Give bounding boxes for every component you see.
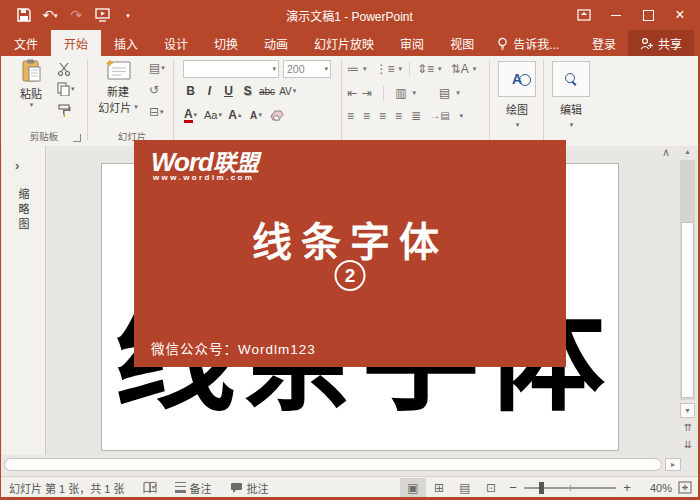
scroll-up-icon[interactable]: ▲ — [680, 148, 695, 155]
slide-counter[interactable]: 幻灯片 第 1 张，共 1 张 — [9, 480, 125, 496]
copy-icon — [57, 82, 70, 96]
copy-button[interactable]: ▾ — [57, 82, 75, 96]
format-painter-button[interactable] — [57, 104, 71, 117]
share-person-icon — [640, 37, 653, 50]
tab-review[interactable]: 审阅 — [387, 30, 437, 56]
grow-font-icon: A — [228, 108, 237, 122]
underline-button[interactable]: U — [221, 82, 236, 100]
font-size-combo[interactable]: ▾ — [283, 60, 331, 78]
align-right-icon[interactable]: ≡ — [379, 110, 386, 122]
tab-home[interactable]: 开始 — [51, 30, 101, 56]
vertical-scrollbar[interactable]: ▲ ▼ ⇈ ⇊ — [680, 146, 695, 456]
vertical-scroll-track[interactable] — [680, 160, 695, 400]
slide-sorter-view-button[interactable]: ⊞ — [426, 478, 452, 497]
grow-font-button[interactable]: A▲ — [228, 106, 243, 124]
text-direction-icon[interactable]: ⇅A — [451, 63, 469, 75]
font-name-input[interactable] — [184, 63, 271, 75]
italic-button[interactable]: I — [202, 82, 217, 100]
columns-icon[interactable]: ▥ — [395, 87, 406, 99]
font-name-combo[interactable]: ▾ — [183, 60, 279, 78]
new-slide-button[interactable]: 新建 幻灯片▾ — [93, 59, 143, 115]
decrease-indent-icon[interactable]: ⇤ — [347, 87, 357, 99]
share-button[interactable]: 共享 — [628, 30, 694, 56]
zoom-level[interactable]: 40% — [636, 482, 672, 494]
distribute-icon[interactable]: ≣ — [411, 110, 421, 122]
expand-thumbnails-icon[interactable]: › — [15, 158, 19, 173]
align-center-icon[interactable]: ≡ — [363, 110, 370, 122]
align-text-icon[interactable]: ▤ — [439, 87, 450, 99]
horizontal-scroll-thumb[interactable] — [4, 458, 662, 471]
zoom-in-button[interactable]: + — [618, 480, 636, 495]
card-footer: 微信公众号：Wordlm123 — [151, 338, 316, 358]
notes-label: 备注 — [190, 480, 212, 496]
previous-slide-button[interactable]: ⇈ — [681, 422, 695, 433]
section-button[interactable]: ⊟▾ — [149, 106, 164, 118]
redo-button[interactable]: ↷ — [65, 4, 87, 26]
bullets-icon[interactable]: ≔ — [347, 63, 359, 75]
reading-view-button[interactable]: ▤ — [452, 478, 478, 497]
character-spacing-button[interactable]: AV▾ — [279, 82, 296, 100]
customize-qat-button[interactable]: ▾ — [117, 4, 139, 26]
notes-button[interactable]: 备注 — [175, 480, 212, 496]
editing-button[interactable] — [552, 61, 590, 97]
clipboard-dialog-launcher-icon[interactable] — [73, 134, 81, 142]
change-case-button[interactable]: Aa▾ — [204, 106, 222, 124]
slideshow-view-button[interactable]: ⊡ — [478, 478, 504, 497]
clear-formatting-button[interactable] — [270, 106, 285, 124]
font-size-input[interactable] — [284, 63, 323, 75]
bold-button[interactable]: B — [183, 82, 198, 100]
ribbon-display-options-button[interactable] — [568, 0, 600, 30]
paste-button[interactable]: 粘贴 ▾ — [11, 59, 51, 109]
strikethrough-button[interactable]: abc — [259, 82, 275, 100]
increase-indent-icon[interactable]: ⇥ — [362, 87, 372, 99]
change-case-icon: Aa — [204, 109, 217, 121]
close-button[interactable]: × — [664, 0, 696, 30]
group-separator — [543, 60, 544, 140]
collapse-ribbon-icon[interactable]: ∧ — [662, 146, 670, 159]
align-left-icon[interactable]: ≡ — [347, 110, 354, 122]
normal-view-button[interactable]: ▣ — [400, 478, 426, 497]
bullets-dropdown-icon: ▾ — [363, 65, 367, 73]
numbering-icon[interactable]: ⋮≡ — [376, 63, 395, 75]
zoom-out-button[interactable]: − — [504, 480, 522, 495]
tab-view[interactable]: 视图 — [437, 30, 487, 56]
zoom-slider[interactable] — [524, 487, 616, 489]
thumbnail-panel[interactable]: › 缩略图 — [2, 146, 46, 455]
scroll-right-button[interactable]: ▸ — [665, 458, 681, 471]
text-shadow-button[interactable]: S — [240, 82, 255, 100]
convert-smartart-icon[interactable]: →▤ — [430, 111, 449, 121]
reset-slide-button[interactable]: ↺ — [149, 84, 159, 96]
vertical-scroll-thumb[interactable] — [681, 222, 694, 398]
start-slideshow-button[interactable] — [91, 4, 113, 26]
proofing-button[interactable] — [143, 481, 157, 494]
save-button[interactable] — [13, 4, 35, 26]
comments-button[interactable]: 批注 — [230, 480, 269, 496]
group-separator — [341, 60, 342, 140]
cut-button[interactable] — [57, 62, 71, 76]
eraser-icon — [270, 110, 284, 121]
justify-icon[interactable]: ≡ — [395, 110, 402, 122]
new-slide-label-1: 新建 — [107, 83, 129, 99]
scroll-down-button[interactable]: ▼ — [680, 403, 695, 418]
tellme-box[interactable]: 告诉我... — [487, 30, 569, 56]
horizontal-scrollbar[interactable]: ▸ — [3, 457, 681, 472]
slide-layout-button[interactable]: ▤▾ — [149, 62, 165, 74]
tab-animations[interactable]: 动画 — [251, 30, 301, 56]
zoom-slider-thumb[interactable] — [539, 482, 544, 494]
tab-design[interactable]: 设计 — [151, 30, 201, 56]
tab-transitions[interactable]: 切换 — [201, 30, 251, 56]
drawing-button[interactable]: A — [498, 61, 536, 97]
tab-file[interactable]: 文件 — [1, 30, 51, 56]
fit-to-window-button[interactable] — [678, 481, 692, 494]
signin-button[interactable]: 登录 — [580, 30, 628, 56]
line-spacing-icon[interactable]: ⇕≡ — [417, 63, 434, 75]
undo-button[interactable]: ↶▾ — [39, 4, 61, 26]
powerpoint-window: ↶▾ ↷ ▾ 演示文稿1 - PowerPoint × 文件 开始 插入 设计 … — [0, 0, 700, 500]
font-color-button[interactable]: A▾ — [183, 106, 198, 124]
tab-insert[interactable]: 插入 — [101, 30, 151, 56]
tab-slideshow[interactable]: 幻灯片放映 — [301, 30, 387, 56]
next-slide-button[interactable]: ⇊ — [681, 439, 695, 450]
shrink-font-button[interactable]: A▼ — [249, 106, 264, 124]
minimize-button[interactable] — [600, 0, 632, 30]
maximize-button[interactable] — [632, 0, 664, 30]
